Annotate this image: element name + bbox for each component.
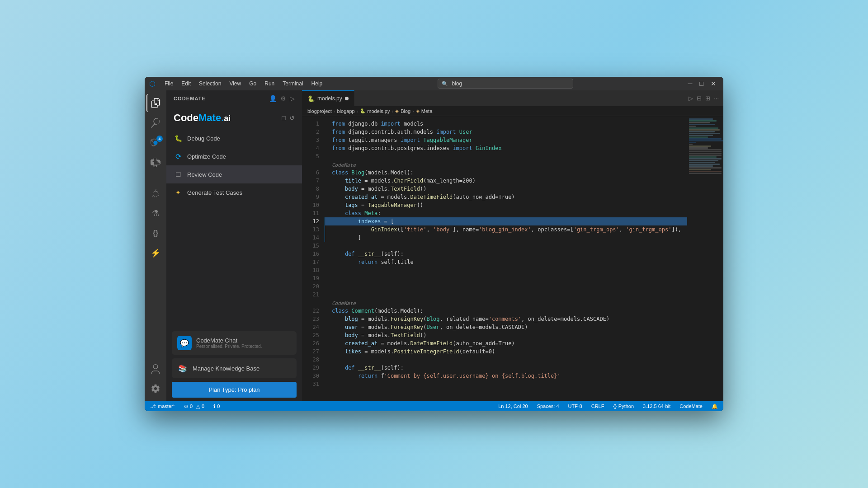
search-text: blog: [452, 80, 462, 87]
code-line: user = models.ForeignKey(User, on_delete…: [325, 323, 687, 331]
minimap: [687, 116, 723, 401]
activity-search[interactable]: [146, 114, 165, 132]
encoding-label: UTF-8: [568, 404, 582, 409]
editor-area: 🐍 models.py ▷ ⊟ ⊞ ··· blogproject › blog…: [302, 90, 723, 401]
menu-view[interactable]: View: [226, 80, 245, 88]
sidebar-settings-icon[interactable]: ⚙: [280, 95, 286, 102]
spaces-label: Spaces: 4: [537, 404, 559, 409]
menu-terminal[interactable]: Terminal: [279, 80, 307, 88]
eol-label: CRLF: [591, 404, 604, 409]
errors-count[interactable]: ⊘ 0 △ 0: [182, 404, 206, 409]
new-tab-icon[interactable]: □: [282, 114, 286, 122]
logo-mate: Mate: [198, 112, 221, 123]
activity-lightning[interactable]: ⚡: [146, 244, 165, 262]
split-editor-icon[interactable]: ⊟: [696, 94, 703, 103]
code-line: from django.db import models: [325, 120, 687, 128]
python-file-icon: 🐍: [307, 95, 315, 102]
breadcrumb-blog[interactable]: Blog: [401, 108, 410, 114]
code-line: blog = models.ForeignKey(Blog, related_n…: [325, 315, 687, 323]
minimap-content: [687, 116, 723, 176]
knowledge-base-card[interactable]: 📚 Manage Knowledge Base: [172, 358, 297, 378]
activity-debug[interactable]: [146, 184, 165, 202]
nav-optimize-code[interactable]: ⟳ Optimize Code: [166, 147, 302, 165]
nav-debug-code[interactable]: 🐛 Debug Code: [166, 129, 302, 147]
activity-braces[interactable]: {}: [146, 224, 165, 242]
code-line: [325, 274, 687, 282]
tab-bar: 🐍 models.py ▷ ⊟ ⊞ ···: [302, 90, 723, 106]
code-line: body = models.TextField(): [325, 331, 687, 339]
codemate-indicator[interactable]: CodeMate: [678, 404, 704, 409]
code-line: GinIndex(['title', 'body'], name='blog_g…: [325, 225, 687, 234]
codemate-annotation: CodeMate: [325, 160, 687, 169]
window-controls: ─ □ ✕: [685, 79, 719, 88]
code-editor[interactable]: 1234567891011121314151617181920212223242…: [302, 116, 723, 401]
activity-flask[interactable]: ⚗: [146, 204, 165, 222]
knowledge-base-label: Manage Knowledge Base: [193, 365, 259, 372]
cursor-position[interactable]: Ln 12, Col 20: [496, 404, 529, 409]
tab-label: models.py: [317, 95, 342, 102]
breadcrumb-meta-icon: ◈: [416, 108, 420, 113]
minimize-button[interactable]: ─: [685, 79, 695, 88]
git-branch-label: master*: [158, 404, 175, 409]
chat-title: CodeMate Chat: [196, 337, 262, 344]
sidebar: CODEMATE 👤 ⚙ ▷ CodeMate.ai □ ↺ 🐛: [166, 90, 302, 401]
more-actions-icon[interactable]: ···: [713, 94, 720, 103]
refresh-icon[interactable]: ↺: [289, 114, 295, 122]
editor-tab-actions: ▷ ⊟ ⊞ ···: [688, 94, 720, 103]
code-line: return self.title: [325, 258, 687, 266]
spaces-indicator[interactable]: Spaces: 4: [535, 404, 561, 409]
language-mode[interactable]: {} Python: [611, 404, 636, 409]
breadcrumb-models-py[interactable]: models.py: [367, 108, 390, 114]
sidebar-user-icon[interactable]: 👤: [269, 95, 277, 102]
breadcrumb-blog-icon: ◈: [395, 108, 399, 113]
layout-icon[interactable]: ⊞: [704, 94, 711, 103]
code-content[interactable]: from django.db import modelsfrom django.…: [325, 116, 687, 401]
codemate-chat-card[interactable]: 💬 CodeMate Chat Personalised. Private. P…: [172, 331, 297, 355]
menu-help[interactable]: Help: [308, 80, 326, 88]
info-icon: ℹ: [213, 404, 215, 409]
sidebar-title: CODEMATE: [174, 96, 206, 101]
global-search-bar[interactable]: 🔍 blog: [438, 79, 573, 89]
sidebar-header-icons: 👤 ⚙ ▷: [269, 95, 295, 102]
menu-edit[interactable]: Edit: [178, 80, 194, 88]
menu-run[interactable]: Run: [261, 80, 278, 88]
main-content: 4 ⚗ {} ⚡ CODEMATE: [145, 90, 723, 401]
activity-account[interactable]: [146, 360, 165, 378]
activity-bar: 4 ⚗ {} ⚡: [145, 90, 166, 401]
code-line: title = models.CharField(max_length=200): [325, 177, 687, 185]
git-branch[interactable]: ⎇ master*: [148, 404, 177, 409]
eol-indicator[interactable]: CRLF: [590, 404, 606, 409]
language-label: Python: [618, 404, 634, 409]
activity-source-control[interactable]: 4: [146, 134, 165, 152]
info-label: 0: [217, 404, 220, 409]
sidebar-run-icon[interactable]: ▷: [290, 95, 295, 102]
codemate-annotation: CodeMate: [325, 299, 687, 307]
nav-generate-tests[interactable]: ✦ Generate Test Cases: [166, 183, 302, 202]
logo: CodeMate.ai: [174, 112, 231, 124]
activity-explorer[interactable]: [146, 94, 165, 112]
errors-label: 0: [190, 404, 193, 409]
tab-models-py[interactable]: 🐍 models.py: [302, 90, 354, 106]
menu-selection[interactable]: Selection: [195, 80, 225, 88]
notification-bell[interactable]: 🔔: [710, 404, 720, 409]
run-icon[interactable]: ▷: [688, 94, 694, 103]
pro-plan-button[interactable]: Plan Type: Pro plan: [172, 382, 297, 398]
nav-review-code[interactable]: ☐ Review Code: [166, 165, 302, 183]
encoding-indicator[interactable]: UTF-8: [566, 404, 584, 409]
maximize-button[interactable]: □: [697, 79, 706, 88]
source-control-badge: 4: [156, 136, 163, 142]
info-count[interactable]: ℹ 0: [212, 404, 222, 409]
menu-file[interactable]: File: [161, 80, 177, 88]
knowledge-base-icon: 📚: [177, 363, 188, 374]
activity-settings[interactable]: [146, 380, 165, 398]
chat-icon: 💬: [177, 336, 192, 350]
python-version[interactable]: 3.12.5 64-bit: [641, 404, 672, 409]
breadcrumb-blogproject[interactable]: blogproject: [307, 108, 332, 114]
breadcrumb-meta[interactable]: Meta: [421, 108, 432, 114]
code-line: [325, 152, 687, 160]
vscode-logo-icon: ⬡: [149, 80, 156, 88]
menu-go[interactable]: Go: [245, 80, 260, 88]
close-button[interactable]: ✕: [708, 79, 719, 88]
breadcrumb-blogapp[interactable]: blogapp: [337, 108, 355, 114]
activity-extensions[interactable]: [146, 154, 165, 172]
